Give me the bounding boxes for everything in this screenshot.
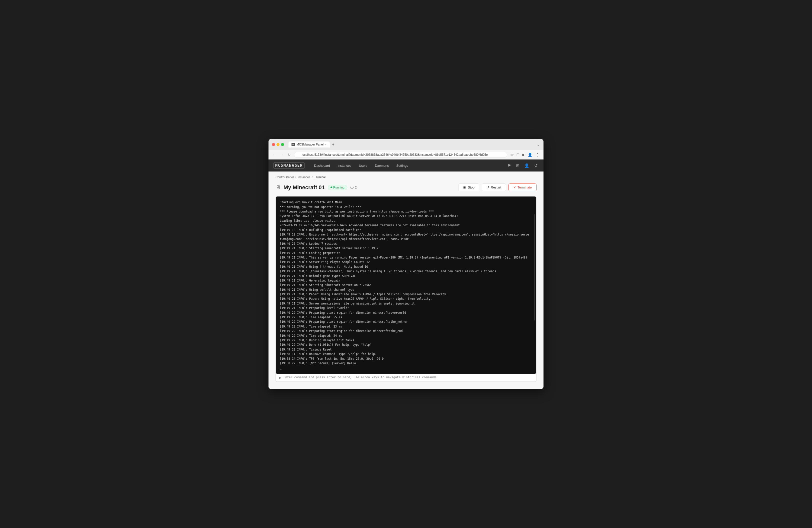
nav-dashboard[interactable]: Dashboard (310, 162, 334, 169)
user-icon-button[interactable]: 👤 (523, 162, 530, 169)
breadcrumb-instances[interactable]: Instances (298, 176, 310, 179)
nav-daemons[interactable]: Daemons (372, 162, 392, 169)
terminal-output[interactable]: Starting org.bukkit.craftbukkit.Main ***… (276, 196, 536, 373)
screenshot-button[interactable]: □ (516, 152, 520, 158)
active-tab[interactable]: M MCSManager Panel × (289, 142, 330, 147)
minimize-button[interactable] (276, 143, 279, 146)
breadcrumb-current: Terminal (314, 176, 325, 179)
monitor-icon: 🖵 (350, 186, 354, 190)
tab-close-button[interactable]: × (325, 143, 327, 146)
command-input[interactable] (284, 376, 533, 379)
instance-title: My Minecraft 01 (284, 184, 325, 191)
nav-users[interactable]: Users (356, 162, 371, 169)
instance-icon: 🖥 (276, 185, 280, 190)
maximize-button[interactable] (281, 143, 284, 146)
prompt-icon: ▶ (279, 376, 281, 380)
extensions-button[interactable]: ■ (521, 152, 525, 158)
tab-title: MCSManager Panel (296, 143, 323, 146)
status-badge: Running (328, 185, 347, 190)
terminate-button[interactable]: ✕ Terminate (508, 184, 536, 191)
reload-button[interactable]: ↻ (287, 152, 292, 158)
profile-button[interactable]: 👤 (526, 152, 534, 158)
breadcrumb-sep-1: / (295, 176, 296, 179)
stop-button[interactable]: ⏹ Stop (458, 184, 479, 191)
browser-window: M MCSManager Panel × + ⌄ ← → ↻ 🔒 ☆ □ ■ 👤… (269, 139, 543, 389)
action-buttons: ⏹ Stop ↺ Restart ✕ Terminate (458, 184, 536, 191)
title-bar: M MCSManager Panel × + ⌄ (269, 139, 543, 150)
breadcrumb: Control Panel / Instances / Terminal (276, 176, 536, 179)
terminal-wrapper: Starting org.bukkit.craftbukkit.Main ***… (276, 196, 536, 382)
nav-instances[interactable]: Instances (334, 162, 355, 169)
tab-bar: M MCSManager Panel × + (289, 142, 534, 147)
nav-menu: Dashboard Instances Users Daemons Settin… (310, 162, 411, 169)
restart-button[interactable]: ↺ Restart (482, 184, 506, 191)
app-header: MCSMANAGER Dashboard Instances Users Dae… (269, 160, 543, 172)
main-content: Control Panel / Instances / Terminal 🖥 M… (269, 172, 543, 389)
bookmark-button[interactable]: ☆ (509, 152, 515, 158)
stop-icon: ⏹ (463, 186, 466, 189)
breadcrumb-control-panel[interactable]: Control Panel (276, 176, 294, 179)
refresh-icon-button[interactable]: ↺ (533, 162, 538, 169)
forward-button[interactable]: → (279, 152, 285, 158)
terminate-icon: ✕ (513, 186, 516, 189)
app-logo: MCSMANAGER (274, 162, 304, 168)
flag-icon-button[interactable]: ⚑ (507, 162, 512, 169)
player-number: 2 (355, 186, 357, 189)
header-actions: ⚑ ⊞ 👤 ↺ (507, 162, 538, 169)
back-button[interactable]: ← (272, 152, 277, 158)
player-count: 🖵 2 (350, 186, 357, 190)
window-controls-right: ⌄ (537, 142, 540, 147)
nav-settings[interactable]: Settings (393, 162, 411, 169)
address-input[interactable] (294, 152, 507, 158)
terminal-scrollbar[interactable] (534, 214, 535, 321)
breadcrumb-sep-2: / (312, 176, 313, 179)
address-actions: ☆ □ ■ 👤 ⋮ (509, 152, 540, 158)
address-wrapper: 🔒 (294, 152, 507, 158)
restart-icon: ↺ (487, 186, 489, 189)
status-label: Running (333, 186, 345, 189)
instance-header: 🖥 My Minecraft 01 Running 🖵 2 ⏹ Stop ↺ R… (276, 184, 536, 191)
menu-button[interactable]: ⋮ (535, 152, 540, 158)
status-dot (331, 187, 332, 188)
tab-favicon: M (291, 143, 295, 146)
grid-icon-button[interactable]: ⊞ (515, 162, 520, 169)
close-button[interactable] (272, 143, 275, 146)
new-tab-button[interactable]: + (331, 142, 336, 147)
window-dropdown[interactable]: ⌄ (537, 143, 540, 147)
traffic-lights (272, 143, 284, 146)
address-bar-row: ← → ↻ 🔒 ☆ □ ■ 👤 ⋮ (269, 150, 543, 160)
command-input-bar: ▶ (276, 374, 536, 382)
terminal-text: Starting org.bukkit.craftbukkit.Main ***… (280, 200, 532, 370)
